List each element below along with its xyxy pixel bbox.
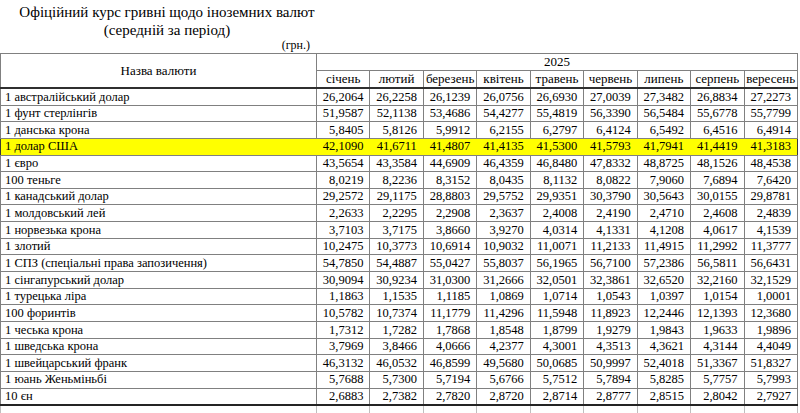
rate-cell: 29,2572 xyxy=(317,188,370,205)
rate-cell: 1,8799 xyxy=(530,321,583,338)
empty-cell xyxy=(637,405,690,413)
empty-cell xyxy=(691,405,744,413)
rate-cell: 3,9270 xyxy=(477,222,530,239)
rate-cell: 1,0154 xyxy=(691,288,744,305)
rate-cell: 11,1779 xyxy=(423,305,476,322)
rate-cell: 6,4124 xyxy=(584,122,637,139)
rate-cell: 4,0314 xyxy=(530,222,583,239)
rate-cell: 54,4887 xyxy=(370,255,423,272)
table-row: 10 єн2,68832,73822,78202,87202,87142,877… xyxy=(1,388,798,405)
rate-cell: 47,8332 xyxy=(584,155,637,172)
month-header-6: червень xyxy=(584,71,637,89)
rate-cell: 41,6711 xyxy=(370,138,423,155)
rate-cell: 2,8720 xyxy=(477,388,530,405)
rate-cell: 4,0617 xyxy=(691,222,744,239)
rate-cell: 26,0756 xyxy=(477,88,530,105)
rate-cell: 31,2666 xyxy=(477,272,530,289)
rate-cell: 56,6431 xyxy=(744,255,798,272)
rate-cell: 6,4914 xyxy=(744,122,798,139)
rate-cell: 41,4807 xyxy=(423,138,476,155)
rate-cell: 3,7969 xyxy=(317,338,370,355)
rate-cell: 32,1529 xyxy=(744,272,798,289)
table-row: 1 шведська крона3,79693,84664,06664,2377… xyxy=(1,338,798,355)
rate-cell: 11,0071 xyxy=(530,238,583,255)
rate-cell: 41,7941 xyxy=(637,138,690,155)
currency-name-cell: 1 юань Женьміньбі xyxy=(1,371,317,388)
currency-name-cell: 1 фунт стерлінгів xyxy=(1,105,317,122)
currency-name-cell: 1 турецька ліра xyxy=(1,288,317,305)
year-header: 2025 xyxy=(317,54,798,71)
rate-cell: 1,0397 xyxy=(637,288,690,305)
table-row: 1 долар США42,109041,671141,480741,41354… xyxy=(1,138,798,155)
rate-cell: 52,1138 xyxy=(370,105,423,122)
rate-cell: 30,9234 xyxy=(370,272,423,289)
rate-cell: 26,1239 xyxy=(423,88,476,105)
rate-cell: 29,1175 xyxy=(370,188,423,205)
table-header: Назва валюти 2025 січеньлютийберезенькві… xyxy=(1,54,798,89)
rate-cell: 8,1132 xyxy=(530,172,583,189)
unit-label: (грн.) xyxy=(0,39,310,53)
rate-cell: 8,3152 xyxy=(423,172,476,189)
table-row: 1 злотий10,247510,377310,691410,903211,0… xyxy=(1,238,798,255)
year-header-row: Назва валюти 2025 xyxy=(1,54,798,71)
empty-cell xyxy=(744,405,798,413)
rate-cell: 28,8803 xyxy=(423,188,476,205)
rate-cell: 5,7993 xyxy=(744,371,798,388)
rate-cell: 5,8126 xyxy=(370,122,423,139)
rate-cell: 2,4190 xyxy=(584,205,637,222)
table-row: 1 данська крона5,84055,81265,99126,21556… xyxy=(1,122,798,139)
rate-cell: 3,7103 xyxy=(317,222,370,239)
currency-name-cell: 1 данська крона xyxy=(1,122,317,139)
empty-cell xyxy=(1,405,317,413)
rate-cell: 4,0666 xyxy=(423,338,476,355)
month-header-5: травень xyxy=(530,71,583,89)
rate-cell: 8,0219 xyxy=(317,172,370,189)
rate-cell: 8,0435 xyxy=(477,172,530,189)
rate-cell: 56,5811 xyxy=(691,255,744,272)
currency-name-cell: 1 сінгапурський долар xyxy=(1,272,317,289)
rate-cell: 41,3183 xyxy=(744,138,798,155)
rate-cell: 12,3680 xyxy=(744,305,798,322)
rate-cell: 41,5300 xyxy=(530,138,583,155)
rate-cell: 2,2633 xyxy=(317,205,370,222)
rate-cell: 55,6778 xyxy=(691,105,744,122)
rate-cell: 1,1535 xyxy=(370,288,423,305)
empty-cell xyxy=(530,405,583,413)
rate-cell: 26,8834 xyxy=(691,88,744,105)
rate-cell: 6,2155 xyxy=(477,122,530,139)
rate-cell: 29,5752 xyxy=(477,188,530,205)
table-row: 1 молдовський лей2,26332,22952,29082,363… xyxy=(1,205,798,222)
rate-cell: 29,9351 xyxy=(530,188,583,205)
rate-cell: 4,1208 xyxy=(637,222,690,239)
rate-cell: 43,3584 xyxy=(370,155,423,172)
rate-cell: 5,8405 xyxy=(317,122,370,139)
rate-cell: 2,4839 xyxy=(744,205,798,222)
rate-cell: 46,8480 xyxy=(530,155,583,172)
rate-cell: 2,4008 xyxy=(530,205,583,222)
rate-cell: 30,9094 xyxy=(317,272,370,289)
rate-cell: 2,6883 xyxy=(317,388,370,405)
table-row: 1 норвезька крона3,71033,71753,86603,927… xyxy=(1,222,798,239)
month-header-1: січень xyxy=(317,71,370,89)
rate-cell: 54,7850 xyxy=(317,255,370,272)
rate-cell: 1,9279 xyxy=(584,321,637,338)
table-row: 1 юань Женьміньбі5,76885,73005,71945,676… xyxy=(1,371,798,388)
empty-cell xyxy=(584,405,637,413)
rate-cell: 26,6930 xyxy=(530,88,583,105)
rate-cell: 6,5492 xyxy=(637,122,690,139)
rate-cell: 54,4277 xyxy=(477,105,530,122)
rate-cell: 48,4538 xyxy=(744,155,798,172)
month-header-8: серпень xyxy=(691,71,744,89)
currency-name-cell: 1 злотий xyxy=(1,238,317,255)
rate-cell: 55,7799 xyxy=(744,105,798,122)
rate-cell: 4,3001 xyxy=(530,338,583,355)
currency-name-cell: 1 молдовський лей xyxy=(1,205,317,222)
rate-cell: 1,0543 xyxy=(584,288,637,305)
rate-cell: 51,9587 xyxy=(317,105,370,122)
rate-cell: 4,2377 xyxy=(477,338,530,355)
rate-cell: 10,3773 xyxy=(370,238,423,255)
rate-cell: 2,2295 xyxy=(370,205,423,222)
rate-cell: 4,1331 xyxy=(584,222,637,239)
rate-cell: 55,4819 xyxy=(530,105,583,122)
table-row: 1 євро43,565443,358444,690946,435946,848… xyxy=(1,155,798,172)
